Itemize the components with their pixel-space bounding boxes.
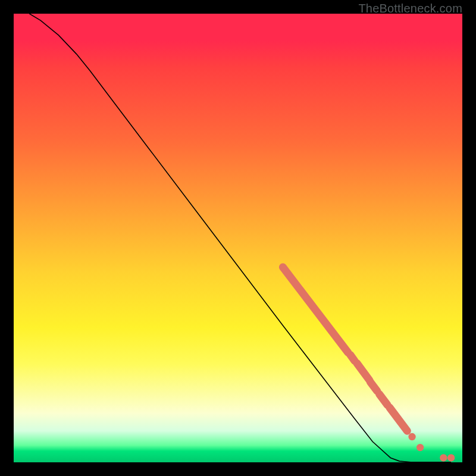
heavy-segment	[357, 363, 369, 380]
scatter-marker	[408, 433, 415, 440]
heavy-segment	[283, 267, 347, 352]
heavy-segment	[350, 355, 355, 361]
scatter-marker	[447, 454, 455, 461]
heavy-segment	[390, 408, 407, 431]
chart-stage: TheBottleneck.com	[0, 0, 476, 476]
scatter-markers	[408, 433, 455, 462]
heavy-segment	[380, 394, 388, 405]
scatter-marker	[416, 444, 424, 451]
plot-area	[14, 14, 462, 462]
scatter-marker	[440, 454, 447, 461]
curve-line	[29, 14, 451, 462]
heavy-segment	[370, 382, 377, 391]
chart-svg	[14, 14, 462, 462]
